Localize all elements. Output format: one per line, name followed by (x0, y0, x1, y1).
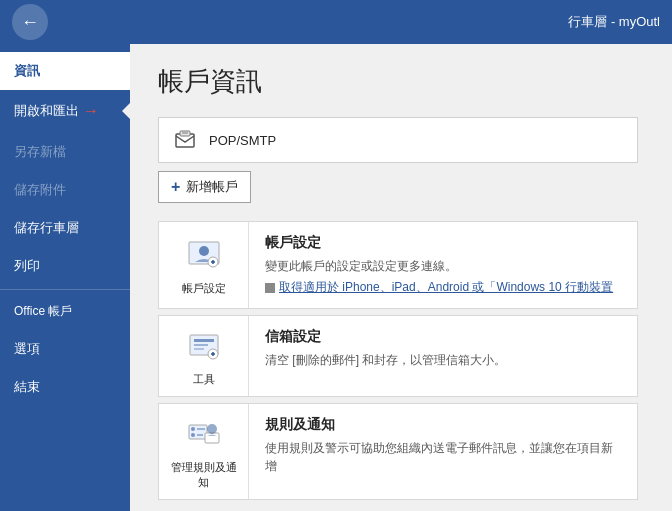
account-settings-icon-label: 帳戶設定 (182, 281, 226, 295)
account-settings-content: 帳戶設定 變更此帳戶的設定或設定更多連線。 取得適用於 iPhone、iPad、… (249, 222, 637, 308)
account-settings-link[interactable]: 取得適用於 iPhone、iPad、Android 或「Windows 10 行… (265, 279, 621, 296)
mailbox-settings-title: 信箱設定 (265, 328, 621, 346)
account-settings-icon-area[interactable]: 帳戶設定 (159, 222, 249, 308)
back-button[interactable]: ← (12, 4, 48, 40)
svg-rect-13 (197, 428, 205, 430)
rules-notifications-icon (184, 414, 224, 454)
sidebar-item-print[interactable]: 列印 (0, 247, 130, 285)
main-layout: 資訊 開啟和匯出 → 另存新檔 儲存附件 儲存行車層 列印 Office 帳戶 … (0, 44, 672, 511)
mailbox-settings-icon (184, 326, 224, 366)
sidebar-item-open-export-label: 開啟和匯出 (14, 102, 79, 120)
top-bar: ← 行車層 - myOutl (0, 0, 672, 44)
svg-rect-8 (194, 344, 208, 346)
smtp-icon (171, 126, 199, 154)
sidebar-item-save-as: 另存新檔 (0, 133, 130, 171)
sidebar-item-save-calendar[interactable]: 儲存行車層 (0, 209, 130, 247)
rules-notifications-content: 規則及通知 使用規則及警示可協助您組織內送電子郵件訊息，並讓您在項目新增 (249, 404, 637, 499)
rules-notifications-icon-label: 管理規則及通知 (167, 460, 240, 489)
account-settings-card: 帳戶設定 帳戶設定 變更此帳戶的設定或設定更多連線。 取得適用於 iPhone、… (158, 221, 638, 309)
content-area: 帳戶資訊 POP/SMTP + 新增帳戶 (130, 44, 672, 511)
account-settings-icon (184, 235, 224, 275)
svg-point-14 (191, 433, 195, 437)
account-settings-title: 帳戶設定 (265, 234, 621, 252)
plus-icon: + (171, 178, 180, 196)
smtp-label: POP/SMTP (209, 133, 276, 148)
page-title: 帳戶資訊 (158, 64, 644, 99)
cards-container: 帳戶設定 帳戶設定 變更此帳戶的設定或設定更多連線。 取得適用於 iPhone、… (158, 221, 638, 500)
svg-point-4 (199, 246, 209, 256)
sidebar-item-info[interactable]: 資訊 (0, 52, 130, 90)
sidebar: 資訊 開啟和匯出 → 另存新檔 儲存附件 儲存行車層 列印 Office 帳戶 … (0, 44, 130, 511)
rules-notifications-title: 規則及通知 (265, 416, 621, 434)
top-bar-title: 行車層 - myOutl (568, 13, 660, 31)
mailbox-settings-icon-area[interactable]: 工具 (159, 316, 249, 396)
sidebar-item-office-account[interactable]: Office 帳戶 (0, 294, 130, 330)
account-settings-link-text: 取得適用於 iPhone、iPad、Android 或「Windows 10 行… (279, 279, 613, 296)
back-arrow-icon: ← (21, 12, 39, 33)
sidebar-item-exit[interactable]: 結束 (0, 368, 130, 406)
sidebar-item-save-attachment: 儲存附件 (0, 171, 130, 209)
svg-rect-9 (194, 348, 204, 350)
rules-notifications-icon-area[interactable]: 管理規則及通知 (159, 404, 249, 499)
account-settings-desc: 變更此帳戶的設定或設定更多連線。 (265, 257, 621, 275)
sidebar-divider (0, 289, 130, 290)
mailbox-settings-icon-label: 工具 (193, 372, 215, 386)
sidebar-item-open-export[interactable]: 開啟和匯出 → (0, 90, 130, 132)
sidebar-item-options[interactable]: 選項 (0, 330, 130, 368)
svg-point-12 (191, 427, 195, 431)
svg-rect-11 (189, 425, 207, 439)
red-arrow-icon: → (83, 100, 99, 122)
mailbox-settings-card: 工具 信箱設定 清空 [刪除的郵件] 和封存，以管理信箱大小。 (158, 315, 638, 397)
mailbox-settings-desc: 清空 [刪除的郵件] 和封存，以管理信箱大小。 (265, 351, 621, 369)
smtp-bar: POP/SMTP (158, 117, 638, 163)
mailbox-settings-content: 信箱設定 清空 [刪除的郵件] 和封存，以管理信箱大小。 (249, 316, 637, 396)
add-account-button[interactable]: + 新增帳戶 (158, 171, 251, 203)
add-account-label: 新增帳戶 (186, 178, 238, 196)
link-icon (265, 283, 275, 293)
rules-notifications-card: 管理規則及通知 規則及通知 使用規則及警示可協助您組織內送電子郵件訊息，並讓您在… (158, 403, 638, 500)
svg-rect-15 (197, 434, 203, 436)
svg-point-17 (207, 424, 217, 434)
svg-rect-7 (194, 339, 214, 342)
rules-notifications-desc: 使用規則及警示可協助您組織內送電子郵件訊息，並讓您在項目新增 (265, 439, 621, 475)
